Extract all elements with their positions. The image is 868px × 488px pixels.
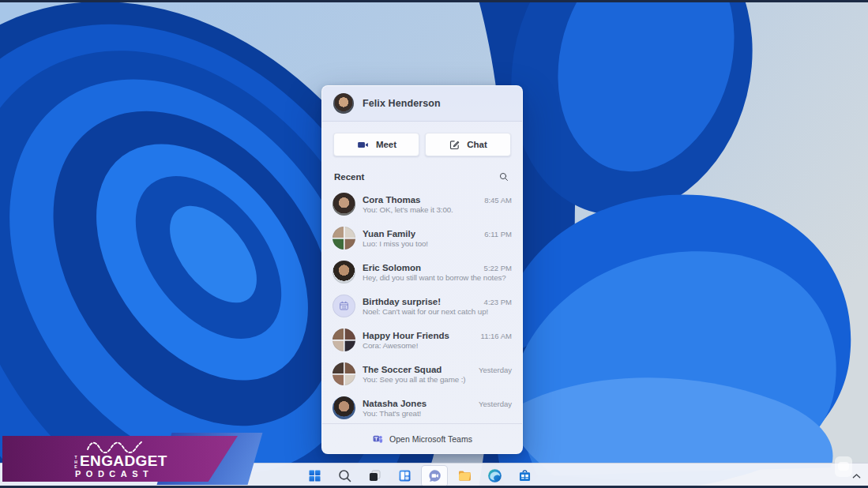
chat-list-item[interactable]: Cora Thomas 8:45 AM You: OK, let's make … xyxy=(322,187,522,221)
banner-plate: THE ENGADGET PODCAST xyxy=(2,436,238,482)
taskbar-button-widgets[interactable] xyxy=(392,466,417,486)
meet-button-label: Meet xyxy=(376,140,396,149)
chat-button-label: Chat xyxy=(467,140,487,149)
avatar xyxy=(333,396,355,419)
timestamp: Yesterday xyxy=(479,366,512,374)
brand-the: THE xyxy=(73,455,77,468)
last-message: You: OK, let's make it 3:00. xyxy=(363,205,512,214)
edge-icon xyxy=(487,467,503,484)
contact-name: The Soccer Squad xyxy=(363,365,442,374)
engadget-podcast-logo: THE ENGADGET PODCAST xyxy=(73,440,167,479)
avatar xyxy=(333,193,355,216)
chat-icon xyxy=(426,467,443,484)
waveform-icon xyxy=(77,440,152,453)
search-icon xyxy=(336,467,353,484)
engadget-podcast-banner: THE ENGADGET PODCAST xyxy=(2,436,263,482)
letterbox-top xyxy=(0,0,868,2)
taskbar-button-search[interactable] xyxy=(332,466,357,486)
chat-flyout-panel: Felix Henderson Meet Chat Recent xyxy=(321,85,523,454)
open-teams-label: Open Microsoft Teams xyxy=(389,434,472,444)
last-message: Hey, did you still want to borrow the no… xyxy=(363,273,512,282)
timestamp: 5:22 PM xyxy=(484,264,512,272)
contact-name: Yuan Family xyxy=(363,229,415,238)
recent-conversation-list: Cora Thomas 8:45 AM You: OK, let's make … xyxy=(322,187,522,423)
timestamp: 8:45 AM xyxy=(484,196,512,205)
contact-name: Eric Solomon xyxy=(363,263,421,272)
taskbar-button-edge[interactable] xyxy=(482,466,507,486)
contact-name: Birthday surprise! xyxy=(363,297,441,306)
timestamp: 6:11 PM xyxy=(484,230,512,238)
user-avatar[interactable] xyxy=(333,93,354,114)
chat-list-item[interactable]: Yuan Family 6:11 PM Luo: I miss you too! xyxy=(322,221,522,255)
chat-button[interactable]: Chat xyxy=(425,133,511,156)
taskbar-icon-group xyxy=(302,464,537,488)
teams-icon xyxy=(372,433,384,445)
chat-list-item[interactable]: Natasha Jones Yesterday You: That's grea… xyxy=(322,391,522,423)
contact-name: Natasha Jones xyxy=(363,399,426,408)
last-message: You: That's great! xyxy=(363,409,512,418)
meet-button[interactable]: Meet xyxy=(333,133,419,156)
engadget-e-watermark-icon xyxy=(835,456,852,477)
windows-11-desktop: Felix Henderson Meet Chat Recent xyxy=(0,0,868,488)
taskbar-button-start[interactable] xyxy=(302,466,327,486)
chat-list-item[interactable]: Birthday surprise! 4:23 PM Noel: Can't w… xyxy=(322,289,522,323)
last-message: Cora: Awesome! xyxy=(363,341,512,350)
user-name: Felix Henderson xyxy=(363,98,441,109)
open-teams-button[interactable]: Open Microsoft Teams xyxy=(367,432,477,445)
timestamp: 4:23 PM xyxy=(484,298,512,306)
brand-podcast: PODCAST xyxy=(75,470,153,479)
timestamp: Yesterday xyxy=(479,400,512,408)
last-message: Noel: Can't wait for our next catch up! xyxy=(363,307,512,316)
chat-list-item[interactable]: Eric Solomon 5:22 PM Hey, did you still … xyxy=(322,255,522,289)
chat-panel-footer: Open Microsoft Teams xyxy=(322,423,522,453)
taskbar-button-store[interactable] xyxy=(512,466,537,486)
brand-engadget: ENGADGET xyxy=(80,453,167,468)
avatar xyxy=(333,261,355,283)
chat-panel-header: Felix Henderson xyxy=(322,86,522,122)
avatar xyxy=(333,362,355,385)
avatar xyxy=(333,328,355,351)
calendar-icon xyxy=(333,295,355,317)
taskbar-button-file-explorer[interactable] xyxy=(452,466,477,486)
last-message: You: See you all at the game :) xyxy=(363,375,512,384)
file-explorer-icon xyxy=(457,467,473,484)
store-icon xyxy=(517,467,533,484)
chat-list-item[interactable]: Happy Hour Friends 11:16 AM Cora: Awesom… xyxy=(322,323,522,357)
taskbar-button-chat[interactable] xyxy=(422,466,447,486)
action-row: Meet Chat xyxy=(322,122,522,166)
widgets-icon xyxy=(396,467,413,484)
avatar xyxy=(333,227,355,250)
contact-name: Happy Hour Friends xyxy=(363,331,449,340)
taskbar-button-task-view[interactable] xyxy=(362,466,387,486)
timestamp: 11:16 AM xyxy=(481,332,512,340)
contact-name: Cora Thomas xyxy=(363,195,421,205)
compose-icon xyxy=(449,139,460,151)
last-message: Luo: I miss you too! xyxy=(363,239,512,248)
task-view-icon xyxy=(366,467,383,484)
recent-title: Recent xyxy=(334,172,364,182)
recent-header: Recent xyxy=(322,166,522,187)
video-camera-icon xyxy=(356,138,370,152)
search-icon[interactable] xyxy=(497,170,511,184)
start-icon xyxy=(306,467,323,484)
chat-list-item[interactable]: The Soccer Squad Yesterday You: See you … xyxy=(322,357,522,391)
